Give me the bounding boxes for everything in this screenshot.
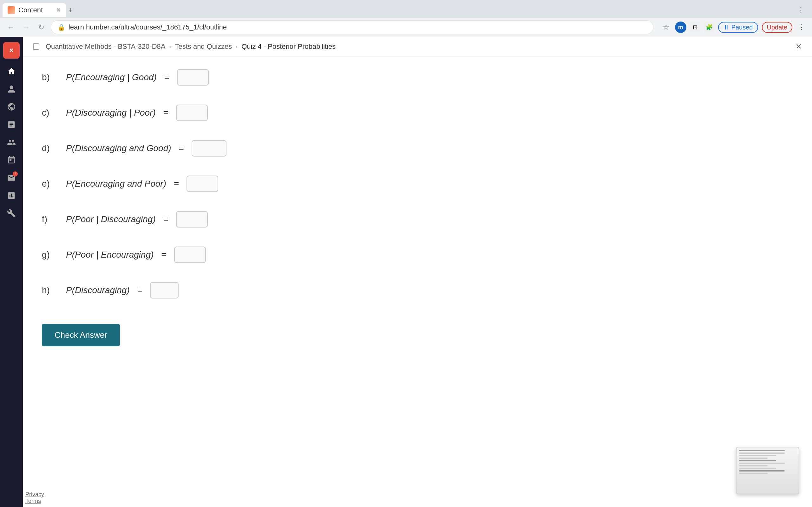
- question-part-b: b) P(Encouraging | Good) =: [42, 69, 448, 86]
- address-bar: ← → ↻ 🔒 learn.humber.ca/ultra/courses/_1…: [0, 18, 812, 37]
- question-part-f: f) P(Poor | Discouraging) =: [42, 211, 448, 228]
- question-part-c: c) P(Discouraging | Poor) =: [42, 105, 448, 121]
- part-c-equals: =: [163, 108, 168, 118]
- part-b-equals: =: [164, 72, 169, 82]
- part-c-math: P(Discouraging | Poor): [66, 108, 156, 118]
- chrome-menu-button[interactable]: ⋮: [798, 6, 804, 14]
- part-f-math: P(Poor | Discouraging): [66, 214, 156, 224]
- paused-icon: ⏸: [723, 24, 729, 31]
- quiz-content: b) P(Encouraging | Good) = c) P(Discoura…: [23, 56, 467, 359]
- thumb-line-4: [739, 458, 768, 459]
- profile-avatar[interactable]: m: [675, 21, 687, 33]
- breadcrumb-sep-1: ›: [169, 43, 171, 50]
- part-h-equals: =: [137, 285, 142, 295]
- tab-title: Content: [18, 6, 43, 14]
- breadcrumb-checkbox[interactable]: [33, 43, 39, 50]
- thumb-line-9: [739, 470, 785, 471]
- question-part-h: h) P(Discouraging) =: [42, 282, 448, 298]
- part-f-label: f): [42, 214, 61, 224]
- sidebar-item-home[interactable]: [4, 64, 19, 79]
- thumb-line-7: [739, 465, 768, 466]
- paused-button[interactable]: ⏸ Paused: [718, 22, 758, 33]
- check-answer-container: Check Answer: [42, 318, 448, 346]
- reload-button[interactable]: ↻: [36, 21, 47, 33]
- sidebar-item-profile[interactable]: [4, 81, 19, 97]
- part-e-equals: =: [174, 179, 179, 189]
- thumb-line-6: [739, 463, 785, 464]
- part-e-label: e): [42, 179, 61, 189]
- part-f-input[interactable]: [176, 211, 208, 228]
- thumb-line-3: [739, 455, 776, 456]
- tab-close-button[interactable]: ✕: [56, 7, 61, 14]
- part-d-input[interactable]: [192, 140, 226, 157]
- breadcrumb: Quantitative Methods - BSTA-320-D8A › Te…: [23, 37, 812, 56]
- thumb-line-8: [739, 468, 776, 469]
- part-e-input[interactable]: [187, 176, 218, 192]
- breadcrumb-sep-2: ›: [236, 43, 238, 50]
- part-c-label: c): [42, 108, 61, 118]
- forward-button[interactable]: →: [20, 21, 32, 33]
- tab-favicon: [8, 6, 15, 14]
- breadcrumb-section[interactable]: Tests and Quizzes: [175, 43, 232, 51]
- sidebar-item-globe[interactable]: [4, 99, 19, 114]
- sidebar-item-tools[interactable]: [4, 206, 19, 221]
- part-h-label: h): [42, 285, 61, 295]
- part-d-equals: =: [179, 143, 184, 153]
- bookmark-button[interactable]: ☆: [661, 21, 671, 33]
- sidebar-item-content[interactable]: [4, 117, 19, 132]
- content-area: b) P(Encouraging | Good) = c) P(Discoura…: [23, 56, 812, 507]
- url-text: learn.humber.ca/ultra/courses/_186175_1/…: [68, 23, 227, 32]
- tab-bar: Content ✕ + ⋮: [0, 0, 812, 18]
- part-g-equals: =: [161, 250, 166, 260]
- update-button[interactable]: Update: [762, 22, 793, 33]
- back-button[interactable]: ←: [5, 21, 16, 33]
- thumb-line-2: [739, 452, 785, 454]
- part-g-input[interactable]: [174, 246, 206, 263]
- part-g-label: g): [42, 250, 61, 260]
- thumb-line-1: [739, 450, 785, 451]
- thumbnail-overlay: [736, 447, 799, 494]
- question-part-e: e) P(Encouraging and Poor) =: [42, 176, 448, 192]
- main-area: Quantitative Methods - BSTA-320-D8A › Te…: [23, 37, 812, 507]
- sidebar-item-calendar[interactable]: [4, 153, 19, 168]
- part-c-input[interactable]: [176, 105, 208, 121]
- browser-chrome: Content ✕ + ⋮ ← → ↻ 🔒 learn.humber.ca/ul…: [0, 0, 812, 37]
- browser-actions: ☆ m ⊡ 🧩 ⏸ Paused Update ⋮: [661, 21, 807, 33]
- part-f-equals: =: [163, 214, 168, 224]
- active-tab[interactable]: Content ✕: [3, 3, 66, 17]
- part-b-math: P(Encouraging | Good): [66, 72, 157, 82]
- part-h-math: P(Discouraging): [66, 285, 130, 295]
- breadcrumb-quiz: Quiz 4 - Posterior Probabilities: [241, 43, 336, 51]
- thumb-line-5: [739, 460, 776, 461]
- sidebar-close-button[interactable]: ×: [3, 42, 20, 59]
- part-g-math: P(Poor | Encouraging): [66, 250, 154, 260]
- sidebar-item-grades[interactable]: [4, 188, 19, 203]
- question-part-g: g) P(Poor | Encouraging) =: [42, 246, 448, 263]
- app-container: × !: [0, 37, 812, 507]
- part-h-input[interactable]: [150, 282, 179, 298]
- privacy-link[interactable]: Privacy: [26, 491, 44, 498]
- check-answer-button[interactable]: Check Answer: [42, 324, 120, 346]
- part-d-label: d): [42, 143, 61, 153]
- question-part-d: d) P(Discouraging and Good) =: [42, 140, 448, 157]
- part-e-math: P(Encouraging and Poor): [66, 179, 166, 189]
- part-b-input[interactable]: [177, 69, 209, 86]
- messages-badge: !: [13, 171, 18, 176]
- breadcrumb-course[interactable]: Quantitative Methods - BSTA-320-D8A: [46, 43, 165, 51]
- sidebar: × !: [0, 37, 23, 507]
- extension-icon-1[interactable]: ⊡: [690, 22, 700, 32]
- new-tab-button[interactable]: +: [66, 3, 75, 17]
- close-panel-button[interactable]: ✕: [796, 42, 802, 51]
- url-bar[interactable]: 🔒 learn.humber.ca/ultra/courses/_186175_…: [51, 20, 653, 34]
- extension-icon-2[interactable]: 🧩: [704, 22, 714, 32]
- thumbnail-content: [737, 447, 799, 494]
- sidebar-item-messages[interactable]: !: [4, 170, 19, 185]
- privacy-footer: Privacy Terms: [26, 491, 44, 504]
- terms-link[interactable]: Terms: [26, 498, 41, 504]
- sidebar-item-groups[interactable]: [4, 135, 19, 150]
- part-b-label: b): [42, 72, 61, 82]
- chrome-settings-button[interactable]: ⋮: [796, 21, 807, 33]
- part-d-math: P(Discouraging and Good): [66, 143, 171, 153]
- thumb-line-10: [739, 473, 768, 474]
